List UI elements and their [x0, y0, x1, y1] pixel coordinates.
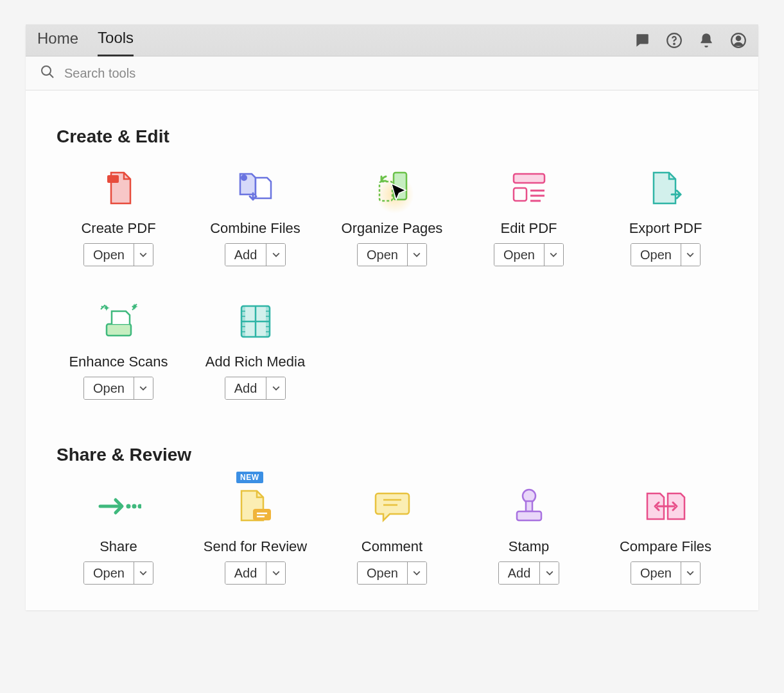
organize-pages-icon [367, 162, 418, 214]
edit-pdf-icon [503, 162, 555, 214]
svg-point-7 [241, 175, 247, 181]
combine-files-icon [230, 162, 281, 214]
create-pdf-icon [93, 162, 144, 214]
svg-point-3 [736, 36, 741, 40]
tool-comment[interactable]: Comment Open [330, 481, 454, 585]
search-input[interactable] [64, 66, 321, 81]
content-area: Create & Edit Create PDF Open Combine Fi… [26, 90, 758, 610]
svg-point-4 [42, 66, 51, 75]
dropdown-button[interactable] [266, 377, 285, 399]
add-button[interactable]: Add [499, 562, 540, 584]
nav-tabs: Home Tools [37, 24, 134, 56]
tool-label: Stamp [509, 538, 550, 555]
svg-point-34 [137, 504, 141, 509]
svg-rect-15 [107, 324, 131, 336]
tool-compare-files[interactable]: Compare Files Open [604, 481, 727, 585]
section-title-create-edit: Create & Edit [57, 126, 727, 147]
topbar-right-icons [634, 32, 747, 49]
export-pdf-icon [640, 162, 692, 214]
tool-label: Export PDF [629, 220, 702, 237]
tool-export-pdf[interactable]: Export PDF Open [604, 162, 727, 266]
open-button[interactable]: Open [84, 377, 134, 399]
tool-label: Organize Pages [342, 220, 443, 237]
svg-rect-21 [241, 306, 245, 337]
tool-label: Share [100, 538, 137, 555]
tab-tools[interactable]: Tools [98, 25, 134, 56]
tool-label: Enhance Scans [69, 354, 168, 370]
svg-text:✦: ✦ [103, 303, 110, 313]
tool-label: Send for Review [204, 538, 307, 555]
share-review-grid: Share Open NEW Send for Review Add [57, 481, 727, 585]
share-icon [93, 481, 144, 532]
tool-combine-files[interactable]: Combine Files Add [193, 162, 317, 266]
tool-label: Combine Files [210, 220, 301, 237]
svg-rect-22 [266, 306, 270, 337]
help-icon[interactable] [666, 32, 683, 49]
dropdown-button[interactable] [134, 244, 153, 266]
svg-rect-9 [379, 182, 392, 201]
svg-rect-11 [514, 188, 527, 201]
svg-point-1 [674, 43, 675, 44]
tool-label: Compare Files [620, 538, 711, 555]
svg-rect-10 [514, 174, 544, 183]
bell-icon[interactable] [698, 32, 715, 49]
compare-files-icon [640, 481, 692, 532]
add-button[interactable]: Add [225, 377, 266, 399]
tool-label: Add Rich Media [205, 354, 305, 370]
tool-share[interactable]: Share Open [57, 481, 180, 585]
dropdown-button[interactable] [266, 244, 285, 266]
tool-stamp[interactable]: Stamp Add [467, 481, 591, 585]
tool-send-for-review[interactable]: NEW Send for Review Add [193, 481, 317, 585]
svg-rect-6 [107, 175, 119, 183]
svg-line-5 [49, 74, 53, 78]
open-button[interactable]: Open [358, 562, 407, 584]
tools-window: Home Tools Create & Edit [26, 24, 758, 610]
svg-rect-41 [526, 501, 532, 511]
open-button[interactable]: Open [84, 244, 134, 266]
open-button[interactable]: Open [631, 562, 681, 584]
tool-create-pdf[interactable]: Create PDF Open [57, 162, 180, 266]
search-bar [26, 56, 758, 90]
dropdown-button[interactable] [681, 244, 700, 266]
chat-icon[interactable] [634, 32, 650, 49]
tab-home[interactable]: Home [37, 24, 78, 56]
svg-point-33 [132, 504, 136, 509]
open-button[interactable]: Open [358, 244, 407, 266]
new-badge: NEW [236, 472, 263, 483]
add-button[interactable]: Add [225, 244, 266, 266]
dropdown-button[interactable] [407, 562, 426, 584]
add-button[interactable]: Add [225, 562, 266, 584]
section-title-share-review: Share & Review [57, 445, 727, 465]
svg-text:✦: ✦ [131, 302, 139, 312]
send-for-review-icon: NEW [230, 481, 281, 532]
tool-edit-pdf[interactable]: Edit PDF Open [467, 162, 591, 266]
dropdown-button[interactable] [407, 244, 426, 266]
tool-label: Edit PDF [500, 220, 557, 237]
comment-icon [367, 481, 418, 532]
dropdown-button[interactable] [539, 562, 559, 584]
svg-point-32 [126, 504, 130, 509]
tool-organize-pages[interactable]: Organize Pages Open [330, 162, 454, 266]
tool-label: Comment [362, 538, 422, 555]
dropdown-button[interactable] [681, 562, 700, 584]
enhance-scans-icon: ✦✦ [93, 296, 144, 347]
tool-label: Create PDF [81, 220, 155, 237]
open-button[interactable]: Open [494, 244, 544, 266]
dropdown-button[interactable] [266, 562, 285, 584]
profile-icon[interactable] [730, 32, 747, 49]
stamp-icon [503, 481, 555, 532]
dropdown-button[interactable] [134, 377, 153, 399]
svg-rect-8 [394, 173, 406, 200]
rich-media-icon [230, 296, 281, 347]
svg-rect-35 [253, 509, 271, 520]
open-button[interactable]: Open [631, 244, 681, 266]
dropdown-button[interactable] [544, 244, 563, 266]
svg-rect-42 [517, 511, 541, 520]
tool-enhance-scans[interactable]: ✦✦ Enhance Scans Open [57, 296, 180, 400]
search-icon [40, 64, 55, 82]
tool-add-rich-media[interactable]: Add Rich Media Add [193, 296, 317, 400]
create-edit-grid: Create PDF Open Combine Files Add [57, 162, 727, 400]
top-bar: Home Tools [26, 24, 758, 56]
dropdown-button[interactable] [134, 562, 153, 584]
open-button[interactable]: Open [84, 562, 134, 584]
